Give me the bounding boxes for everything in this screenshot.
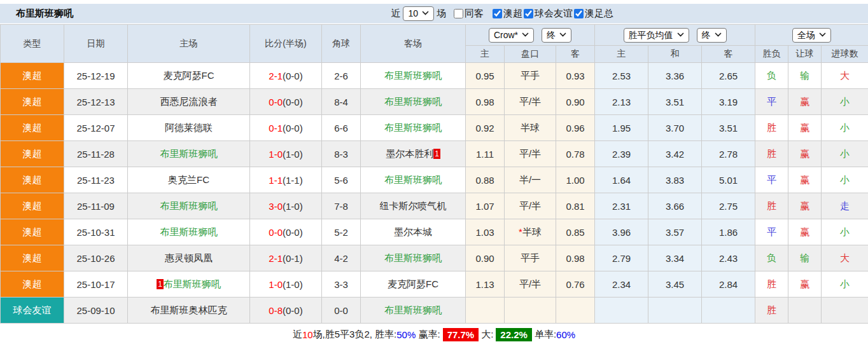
- away-team-cell[interactable]: 布里斯班狮吼: [361, 167, 466, 193]
- away-team-cell[interactable]: 布里斯班狮吼: [361, 63, 466, 89]
- filter-0[interactable]: 同客: [454, 8, 484, 20]
- outcome-cell: 胜: [755, 271, 788, 298]
- home-team-name[interactable]: 布里斯班奥林匹克: [151, 305, 227, 315]
- euro-home-odds-cell: 1.95: [595, 115, 648, 141]
- filter-checkbox[interactable]: [524, 9, 533, 18]
- goals-result-cell: 小: [822, 141, 868, 167]
- away-team-cell[interactable]: 布里斯班狮吼: [361, 245, 466, 271]
- euro-draw-odds-cell: 3.83: [648, 167, 702, 193]
- match-type-cell: 澳超: [1, 115, 64, 141]
- score-cell: 0-8(0-0): [250, 298, 322, 324]
- fulltime-score: 3-0: [269, 201, 283, 212]
- match-date-cell: 25-11-23: [64, 167, 128, 193]
- handicap-cell: 半/一: [505, 167, 556, 193]
- away-team-name[interactable]: 麦克阿瑟FC: [388, 278, 438, 289]
- home-team-cell[interactable]: 西悉尼流浪者: [128, 89, 250, 115]
- euro-draw-odds-cell: 3.36: [648, 63, 702, 89]
- home-team-cell[interactable]: 惠灵顿凤凰: [128, 245, 250, 271]
- away-team-name[interactable]: 墨尔本胜利: [386, 148, 433, 159]
- chevron-down-icon: [522, 32, 529, 37]
- euro-draw-odds-cell: 3.51: [648, 89, 702, 115]
- filter-checkbox[interactable]: [574, 9, 584, 18]
- away-team-cell[interactable]: 布里斯班狮吼: [361, 115, 466, 141]
- home-team-name[interactable]: 西悉尼流浪者: [160, 96, 218, 107]
- away-team-name[interactable]: 布里斯班狮吼: [384, 96, 442, 107]
- home-team-name[interactable]: 麦克阿瑟FC: [164, 70, 214, 81]
- home-team-cell[interactable]: 布里斯班奥林匹克: [128, 298, 250, 324]
- away-team-cell[interactable]: 布里斯班狮吼: [361, 298, 466, 324]
- table-row: 澳超 25-12-13 西悉尼流浪者 0-0(0-0) 8-4 布里斯班狮吼 0…: [1, 89, 868, 115]
- europe-odds-type-select[interactable]: 胜平负均值: [624, 28, 689, 43]
- euro-draw-odds-cell: 3.34: [648, 245, 702, 271]
- away-team-name[interactable]: 墨尔本城: [394, 226, 432, 237]
- recent-count-select[interactable]: 10: [403, 6, 434, 21]
- home-team-cell[interactable]: 布里斯班狮吼: [128, 141, 250, 167]
- asian-home-odds-cell: 0.90: [466, 245, 505, 271]
- asian-odds-time-value: 终: [547, 29, 556, 41]
- score-cell: 1-0(1-0): [250, 141, 322, 167]
- away-team-cell[interactable]: 麦克阿瑟FC: [361, 271, 466, 298]
- odds-company-value: Crow*: [494, 29, 518, 41]
- away-team-name[interactable]: 布里斯班狮吼: [384, 70, 442, 81]
- home-team-name[interactable]: 布里斯班狮吼: [160, 200, 218, 211]
- away-team-cell[interactable]: 纽卡斯尔喷气机: [361, 193, 466, 219]
- away-team-name[interactable]: 布里斯班狮吼: [384, 252, 442, 263]
- handicap-cell: 平/半: [505, 141, 556, 167]
- score-cell: 0-1(0-0): [250, 115, 322, 141]
- asian-odds-time-select[interactable]: 终: [542, 28, 571, 43]
- europe-odds-time-value: 终: [702, 29, 711, 41]
- home-team-cell[interactable]: 布里斯班狮吼: [128, 219, 250, 245]
- home-team-cell[interactable]: 1布里斯班狮吼: [128, 271, 250, 298]
- filter-checkbox[interactable]: [454, 9, 463, 18]
- fulltime-score: 1-1: [269, 175, 283, 186]
- filter-controls: 同客澳超球会友谊澳足总: [451, 8, 613, 20]
- filter-2[interactable]: 球会友谊: [524, 8, 573, 20]
- handicap-value: 半/一: [519, 174, 541, 185]
- sub-header-outcome: 胜负: [755, 46, 788, 63]
- asian-away-odds-cell: [556, 298, 595, 324]
- home-team-cell[interactable]: 麦克阿瑟FC: [128, 63, 250, 89]
- europe-odds-time-select[interactable]: 终: [697, 28, 727, 43]
- match-scope-value: 全场: [797, 29, 815, 41]
- away-team-name[interactable]: 布里斯班狮吼: [384, 305, 442, 315]
- handicap-result-cell: 赢: [788, 89, 822, 115]
- fulltime-score: 0-1: [269, 123, 283, 133]
- handicap-cell: 平手: [505, 245, 556, 271]
- home-team-name[interactable]: 惠灵顿凤凰: [165, 252, 213, 263]
- asian-home-odds-cell: 0.88: [466, 167, 505, 193]
- home-team-name[interactable]: 布里斯班狮吼: [160, 148, 218, 159]
- handicap-value: 平/半: [519, 96, 541, 107]
- home-team-cell[interactable]: 奥克兰FC: [128, 167, 250, 193]
- away-team-name[interactable]: 布里斯班狮吼: [384, 122, 442, 133]
- handicap-result-cell: 输: [788, 63, 822, 89]
- corner-cell: 6-6: [322, 115, 361, 141]
- euro-away-odds-cell: 1.86: [702, 219, 755, 245]
- handicap-value: 半球: [521, 122, 540, 133]
- home-team-cell[interactable]: 布里斯班狮吼: [128, 193, 250, 219]
- asian-away-odds-cell: 0.90: [556, 89, 595, 115]
- home-team-name[interactable]: 阿德莱德联: [165, 122, 213, 133]
- home-team-cell[interactable]: 阿德莱德联: [128, 115, 250, 141]
- euro-draw-odds-cell: 3.57: [648, 219, 702, 245]
- filter-checkbox[interactable]: [493, 9, 502, 18]
- away-team-cell[interactable]: 墨尔本胜利1: [361, 141, 466, 167]
- filter-3[interactable]: 澳足总: [574, 8, 613, 20]
- red-card-badge: 1: [433, 149, 440, 159]
- halftime-score: (1-1): [283, 175, 303, 186]
- match-scope-select[interactable]: 全场: [792, 28, 831, 43]
- away-team-cell[interactable]: 布里斯班狮吼: [361, 89, 466, 115]
- home-team-name[interactable]: 奥克兰FC: [168, 174, 209, 185]
- odds-company-select[interactable]: Crow*: [489, 28, 534, 43]
- corner-cell: 5-6: [322, 167, 361, 193]
- asian-home-odds-cell: 1.11: [466, 141, 505, 167]
- filter-1[interactable]: 澳超: [493, 8, 522, 20]
- table-row: 澳超 25-11-09 布里斯班狮吼 3-0(1-0) 7-8 纽卡斯尔喷气机 …: [1, 193, 868, 219]
- home-team-name[interactable]: 布里斯班狮吼: [164, 278, 221, 289]
- home-team-name[interactable]: 布里斯班狮吼: [160, 226, 218, 237]
- handicap-cell: 平手: [505, 63, 556, 89]
- away-team-cell[interactable]: 墨尔本城: [361, 219, 466, 245]
- away-team-name[interactable]: 布里斯班狮吼: [384, 174, 442, 185]
- halftime-score: (1-0): [283, 201, 303, 212]
- fulltime-score: 0-0: [269, 227, 283, 238]
- away-team-name[interactable]: 纽卡斯尔喷气机: [380, 200, 447, 211]
